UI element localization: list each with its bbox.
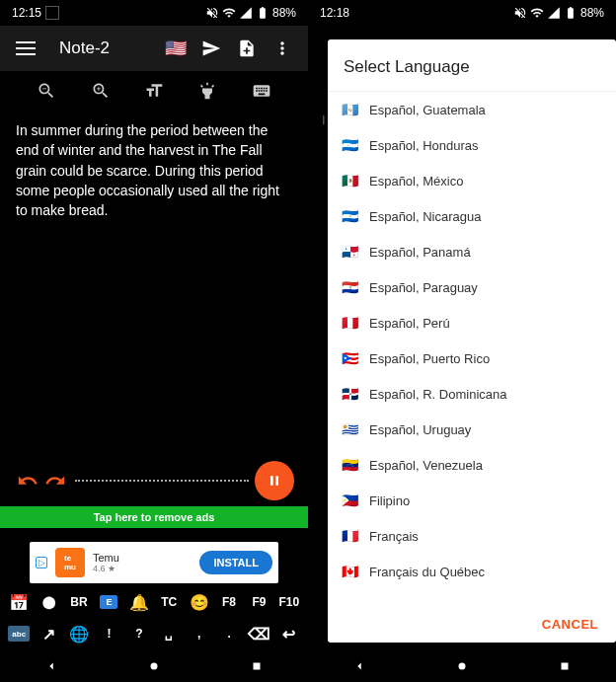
language-name: Español, Puerto Rico — [369, 351, 490, 366]
cancel-button[interactable]: CANCEL — [542, 617, 598, 632]
undo-button[interactable] — [14, 467, 41, 494]
kb-enter-icon[interactable]: ↩ — [276, 625, 302, 644]
battery-icon — [564, 6, 578, 20]
keyboard-row-1: 📅 ⬤ BR E 🔔 TC 😊 F8 F9 F10 — [0, 587, 308, 617]
kb-e-badge[interactable]: E — [96, 595, 121, 609]
nav-home-icon[interactable] — [455, 659, 469, 673]
flag-icon: 🇺🇾 — [342, 421, 359, 437]
format-toolbar — [0, 71, 308, 111]
language-option[interactable]: 🇭🇳Español, Honduras — [328, 127, 616, 163]
flag-icon: 🇬🇹 — [342, 102, 359, 117]
kb-calendar-icon[interactable]: 📅 — [6, 593, 32, 612]
kb-period-key[interactable]: . — [216, 627, 242, 641]
nav-recent-icon[interactable] — [250, 659, 264, 673]
keyboard-row-2: abc ↗ 🌐 ! ? ␣ , . ⌫ ↩ — [0, 619, 308, 648]
overflow-button[interactable] — [265, 31, 300, 66]
kb-backspace-icon[interactable]: ⌫ — [246, 625, 271, 644]
kb-space-key[interactable]: ␣ — [156, 627, 182, 641]
language-name: Español, Honduras — [369, 138, 479, 153]
language-name: Español, Perú — [369, 316, 450, 331]
mute-icon — [513, 6, 527, 20]
flag-button[interactable]: 🇺🇸 — [158, 31, 193, 66]
nav-bar — [308, 650, 616, 682]
status-icons: 88% — [513, 6, 604, 20]
language-list[interactable]: 🇬🇹Español, Guatemala🇭🇳Español, Honduras🇲… — [328, 92, 616, 605]
nav-home-icon[interactable] — [147, 659, 161, 673]
language-name: Español, Venezuela — [369, 458, 483, 473]
language-option[interactable]: 🇺🇾Español, Uruguay — [328, 412, 616, 447]
language-name: Español, Nicaragua — [369, 209, 481, 224]
flag-icon: 🇭🇳 — [342, 137, 359, 153]
zoom-out-button[interactable] — [29, 73, 64, 109]
waveform-track[interactable] — [75, 480, 249, 482]
kb-f10-key[interactable]: F10 — [276, 595, 302, 609]
language-option[interactable]: 🇨🇦Français du Québec — [328, 554, 616, 589]
language-option[interactable]: 🇵🇷Español, Puerto Rico — [328, 341, 616, 376]
flag-icon: 🇵🇷 — [342, 350, 359, 366]
language-option[interactable]: 🇵🇪Español, Perú — [328, 305, 616, 341]
svg-rect-3 — [562, 663, 569, 670]
status-bar: 12:18 88% — [308, 0, 616, 26]
language-option[interactable]: 🇲🇽Español, México — [328, 163, 616, 198]
kb-quest-key[interactable]: ? — [126, 627, 152, 641]
language-option[interactable]: 🇫🇷Français — [328, 518, 616, 554]
text-size-button[interactable] — [136, 73, 172, 109]
ad-app-name: Temu — [93, 552, 192, 564]
kb-bell-icon[interactable]: 🔔 — [126, 593, 152, 612]
keyboard-button[interactable] — [244, 73, 279, 109]
flag-icon: 🇵🇦 — [342, 244, 359, 260]
nav-bar — [0, 650, 308, 682]
flag-icon: 🇵🇪 — [342, 315, 359, 331]
kb-circle-icon[interactable]: ⬤ — [36, 595, 61, 609]
new-note-button[interactable] — [229, 31, 265, 66]
nav-recent-icon[interactable] — [558, 659, 572, 673]
zoom-in-button[interactable] — [83, 73, 118, 109]
kb-comma-key[interactable]: , — [186, 627, 211, 641]
flag-icon: 🇩🇴 — [342, 386, 359, 402]
kb-emoji-icon[interactable]: 😊 — [186, 593, 211, 612]
remove-ads-strip[interactable]: Tap here to remove ads — [0, 506, 308, 528]
app-bar: Note-2 🇺🇸 — [0, 26, 308, 71]
svg-rect-1 — [254, 663, 261, 670]
language-option[interactable]: 🇵🇾Español, Paraguay — [328, 269, 616, 305]
menu-button[interactable] — [8, 31, 43, 66]
language-option[interactable]: 🇳🇮Español, Nicaragua — [328, 198, 616, 234]
send-button[interactable] — [193, 31, 229, 66]
battery-pct: 88% — [272, 6, 296, 20]
ad-install-button[interactable]: INSTALL — [199, 551, 272, 574]
flag-icon: 🇻🇪 — [342, 457, 359, 473]
left-screen: 12:15 88% Note-2 🇺🇸 In summer during the… — [0, 0, 308, 682]
kb-br-key[interactable]: BR — [66, 595, 92, 609]
kb-f9-key[interactable]: F9 — [246, 595, 271, 609]
pause-record-button[interactable] — [255, 461, 294, 500]
battery-icon — [256, 6, 270, 20]
language-name: Español, México — [369, 174, 463, 189]
signal-icon — [239, 6, 253, 20]
language-option[interactable]: 🇬🇹Español, Guatemala — [328, 92, 616, 127]
language-name: Español, Panamá — [369, 245, 471, 260]
status-icons: 88% — [205, 6, 296, 20]
language-name: Español, Paraguay — [369, 280, 478, 295]
kb-abc-key[interactable]: abc — [6, 626, 32, 642]
wifi-icon — [222, 6, 236, 20]
status-square — [45, 6, 59, 20]
kb-f8-key[interactable]: F8 — [216, 595, 242, 609]
ad-banner[interactable]: ▷ temu Temu 4.6 ★ INSTALL — [30, 542, 278, 583]
language-option[interactable]: 🇻🇪Español, Venezuela — [328, 447, 616, 483]
flag-icon: 🇵🇭 — [342, 493, 359, 508]
nav-back-icon[interactable] — [44, 659, 58, 673]
clock: 12:15 — [12, 6, 41, 20]
kb-arrow-icon[interactable]: ↗ — [36, 625, 61, 644]
nav-back-icon[interactable] — [352, 659, 366, 673]
language-option[interactable]: 🇵🇭Filipino — [328, 483, 616, 518]
ad-rating: 4.6 ★ — [93, 564, 192, 573]
redo-button[interactable] — [41, 467, 69, 494]
kb-tc-key[interactable]: TC — [156, 595, 182, 609]
highlight-button[interactable] — [190, 73, 225, 109]
note-title: Note-2 — [59, 38, 158, 58]
kb-excl-key[interactable]: ! — [96, 627, 121, 641]
kb-globe-icon[interactable]: 🌐 — [66, 625, 92, 644]
language-option[interactable]: 🇩🇴Español, R. Dominicana — [328, 376, 616, 412]
language-option[interactable]: 🇵🇦Español, Panamá — [328, 234, 616, 269]
flag-icon: 🇲🇽 — [342, 173, 359, 189]
